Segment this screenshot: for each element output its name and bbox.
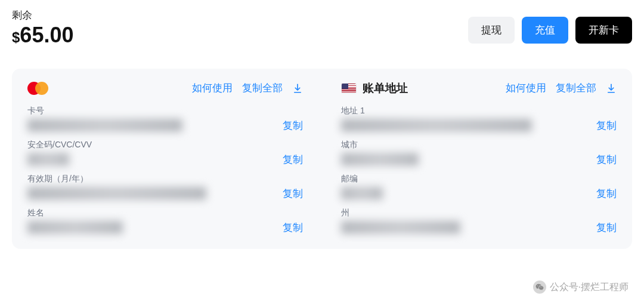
- copy-all-link[interactable]: 复制全部: [242, 81, 283, 95]
- label-expiry: 有效期（月/年）: [27, 174, 303, 184]
- balance-value: 65.00: [20, 23, 73, 47]
- billing-download-icon[interactable]: [606, 83, 617, 94]
- value-card-number: xxxx xxxx xxxx xxxx: [27, 119, 182, 132]
- card-details-panel: 如何使用 复制全部 卡号 xxxx xxxx xxxx xxxx 复制 安全码/…: [27, 81, 322, 235]
- new-card-button[interactable]: 开新卡: [575, 17, 632, 44]
- copy-name[interactable]: 复制: [283, 221, 303, 235]
- copy-address1[interactable]: 复制: [596, 119, 617, 132]
- field-name: 姓名 Xxxxxxxx Xxxx 复制: [27, 208, 303, 235]
- billing-title: 账单地址: [363, 81, 408, 96]
- header-actions: 提现 充值 开新卡: [468, 8, 632, 44]
- field-card-number: 卡号 xxxx xxxx xxxx xxxx 复制: [27, 106, 303, 132]
- value-address1: xxx Xxxxxxxxxx Xxxxx Xxxxxx: [341, 119, 532, 132]
- balance-block: 剩余 $65.00: [12, 8, 73, 47]
- field-address1: 地址 1 xxx Xxxxxxxxxx Xxxxx Xxxxxx 复制: [341, 106, 617, 132]
- billing-address-panel: 账单地址 如何使用 复制全部 地址 1 xxx Xxxxxxxxxx Xxxxx…: [322, 81, 617, 235]
- mastercard-icon: [27, 81, 51, 96]
- download-icon[interactable]: [292, 83, 303, 94]
- how-to-use-link[interactable]: 如何使用: [192, 81, 233, 95]
- copy-cvv[interactable]: 复制: [283, 153, 303, 167]
- label-state: 州: [341, 208, 617, 218]
- watermark-text: 公众号·摆烂工程师: [550, 281, 628, 294]
- balance-label: 剩余: [12, 8, 73, 22]
- copy-expiry[interactable]: 复制: [283, 187, 303, 201]
- field-city: 城市 Xxxxxxxxxx 复制: [341, 140, 617, 167]
- field-expiry: 有效期（月/年） xx / xx xxxx xxxx 复制: [27, 174, 303, 201]
- value-expiry: xx / xx xxxx xxxx: [27, 187, 206, 200]
- copy-postal[interactable]: 复制: [596, 187, 617, 201]
- label-postal: 邮编: [341, 174, 617, 184]
- copy-state[interactable]: 复制: [596, 221, 617, 235]
- label-name: 姓名: [27, 208, 303, 218]
- value-cvv: xxx: [27, 153, 69, 166]
- label-cvv: 安全码/CVC/CVV: [27, 140, 303, 150]
- withdraw-button[interactable]: 提现: [468, 17, 515, 44]
- watermark: 公众号·摆烂工程师: [533, 281, 628, 294]
- field-cvv: 安全码/CVC/CVV xxx 复制: [27, 140, 303, 167]
- copy-city[interactable]: 复制: [596, 153, 617, 167]
- us-flag-icon: [341, 83, 357, 94]
- currency-symbol: $: [12, 29, 20, 45]
- label-city: 城市: [341, 140, 617, 150]
- label-card-number: 卡号: [27, 106, 303, 116]
- billing-how-to-use-link[interactable]: 如何使用: [506, 81, 546, 95]
- value-name: Xxxxxxxx Xxxx: [27, 221, 123, 234]
- label-address1: 地址 1: [341, 106, 617, 116]
- field-state: 州 Xxxxxxx · XXXXXXX 复制: [341, 208, 617, 235]
- copy-card-number[interactable]: 复制: [283, 119, 303, 132]
- wechat-icon: [533, 281, 546, 294]
- recharge-button[interactable]: 充值: [522, 17, 568, 44]
- value-city: Xxxxxxxxxx: [341, 153, 419, 166]
- billing-copy-all-link[interactable]: 复制全部: [556, 81, 596, 95]
- field-postal: 邮编 xxxxx 复制: [341, 174, 617, 201]
- balance-amount: $65.00: [12, 23, 73, 47]
- value-postal: xxxxx: [341, 187, 383, 200]
- value-state: Xxxxxxx · XXXXXXX: [341, 221, 460, 234]
